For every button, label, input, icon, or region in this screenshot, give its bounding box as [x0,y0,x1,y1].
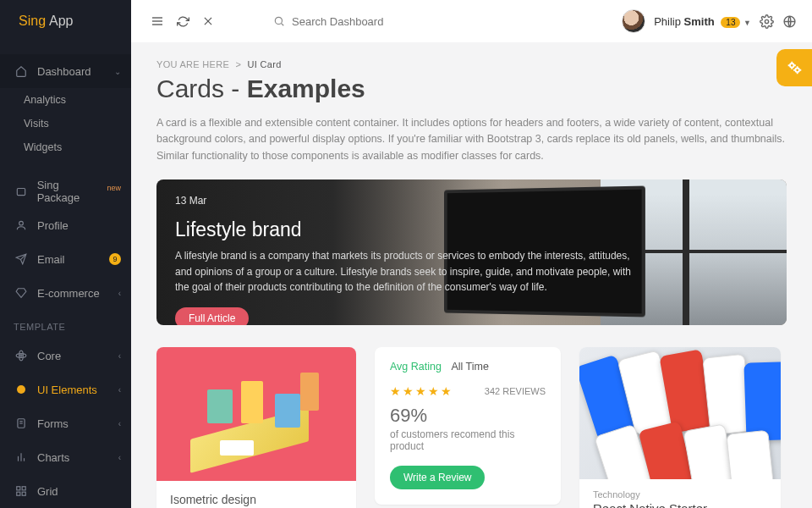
reviews-count: 342 REVIEWS [485,386,546,396]
sidebar-label: Grid [37,485,58,498]
search-box[interactable] [273,15,444,28]
sidebar: Sing App Dashboard ⌄ Analytics Visits Wi… [0,0,131,508]
svg-point-2 [20,355,22,356]
chevron-left-icon: ‹ [118,385,121,395]
hero-date: 13 Mar [175,195,632,207]
page-lead: A card is a flexible and extensible cont… [156,115,787,164]
sidebar-item-ui-elements[interactable]: UI Elements ‹ [0,373,131,406]
write-review-button[interactable]: Write a Review [390,466,485,489]
card-isometric[interactable]: Isometric design [156,347,356,508]
sidebar-label: Profile [37,219,69,232]
brand-logo[interactable]: Sing App [0,0,131,42]
sidebar-item-dashboard[interactable]: Dashboard ⌄ [0,54,131,88]
user-first: Philip [654,15,681,28]
star-icon: ★ [441,384,453,398]
star-icon: ★ [390,384,403,398]
chevron-left-icon: ‹ [118,289,121,298]
sidebar-item-ecommerce[interactable]: E-commerce ‹ [0,276,131,310]
diamond-icon [14,287,29,299]
sidebar-item-grid[interactable]: Grid [0,474,131,508]
sidebar-label: UI Elements [37,384,97,396]
menu-toggle-button[interactable] [146,10,168,32]
user-notif-badge: 13 [721,17,740,28]
new-sup: new [107,184,121,192]
card-image [579,347,781,479]
card-image [156,347,356,481]
sidebar-item-forms[interactable]: Forms ‹ [0,406,131,440]
svg-line-21 [282,24,284,26]
svg-point-20 [275,17,282,24]
sidebar-sub-widgets[interactable]: Widgets [0,135,131,159]
crumb-sep: > [235,59,241,69]
sidebar-label: Sing Package [37,179,104,204]
topbar: Philip Smith 13 ▼ [131,0,812,42]
sidebar-item-sing-package[interactable]: Sing Package new [0,174,131,208]
chevron-left-icon: ‹ [118,419,121,428]
card-react-native[interactable]: Technology React Native Starter [579,347,781,508]
active-dot-icon [14,385,29,394]
hero-card: 13 Mar Lifestyle brand A lifestyle brand… [156,179,787,325]
sidebar-sub-visits[interactable]: Visits [0,112,131,135]
svg-rect-12 [22,487,25,490]
refresh-button[interactable] [172,10,194,32]
all-time-label: All Time [451,361,488,373]
email-count-badge: 9 [109,253,121,265]
svg-rect-0 [17,189,25,196]
avatar[interactable] [622,9,645,33]
hero-body: A lifestyle brand is a company that mark… [175,248,632,295]
crumb-page: UI Card [248,59,282,69]
search-input[interactable] [292,15,444,28]
send-icon [14,253,29,265]
hero-title: Lifestyle brand [175,218,632,241]
main-content: YOU ARE HERE > UI Card Cards - Examples … [131,42,812,508]
brand-part2: App [49,14,73,29]
sidebar-item-charts[interactable]: Charts ‹ [0,440,131,474]
brand-part1: Sing [19,14,46,29]
avg-rating-label: Avg Rating [390,361,442,373]
sidebar-label: Charts [37,451,69,464]
home-icon [14,65,29,77]
sidebar-item-email[interactable]: Email 9 [0,242,131,276]
svg-rect-11 [17,487,20,490]
chart-icon [14,451,29,463]
full-article-button[interactable]: Full Article [175,307,249,325]
star-icon: ★ [415,384,428,398]
sidebar-label: Dashboard [37,65,91,78]
star-icon: ★ [428,384,441,398]
chevron-down-icon: ⌄ [114,67,121,76]
svg-point-1 [19,221,24,225]
sidebar-label: Email [37,253,65,266]
sidebar-label: E-commerce [37,287,100,300]
card-category: Technology [593,489,767,500]
svg-point-22 [765,19,768,23]
sidebar-item-core[interactable]: Core ‹ [0,339,131,373]
sidebar-label: Forms [37,417,69,430]
package-icon [14,185,29,197]
recommend-percent: 69% [390,405,546,427]
card-title: Isometric design [170,493,343,506]
breadcrumb: YOU ARE HERE > UI Card [156,59,787,69]
sidebar-section-template: TEMPLATE [0,310,131,339]
user-menu[interactable]: Philip Smith 13 ▼ [654,15,751,28]
grid-icon [14,485,29,497]
card-title: React Native Starter [593,501,767,508]
settings-button[interactable] [760,14,774,29]
chevron-left-icon: ‹ [118,453,121,462]
user-icon [14,219,29,231]
sidebar-item-profile[interactable]: Profile [0,208,131,242]
caret-down-icon: ▼ [743,19,751,27]
svg-rect-13 [17,492,20,495]
recommend-sub: of customers recomend this product [390,428,546,452]
search-icon [273,15,285,27]
atom-icon [14,350,29,362]
globe-button[interactable] [782,14,797,29]
crumb-here: YOU ARE HERE [156,59,229,69]
form-icon [14,417,29,429]
user-last: Smith [684,15,715,28]
close-button[interactable] [197,10,219,32]
sidebar-sub-analytics[interactable]: Analytics [0,88,131,112]
star-rating: ★★★★★ 342 REVIEWS [390,384,546,398]
svg-rect-14 [22,492,25,495]
chevron-left-icon: ‹ [118,351,121,361]
title-b: Examples [247,75,365,102]
